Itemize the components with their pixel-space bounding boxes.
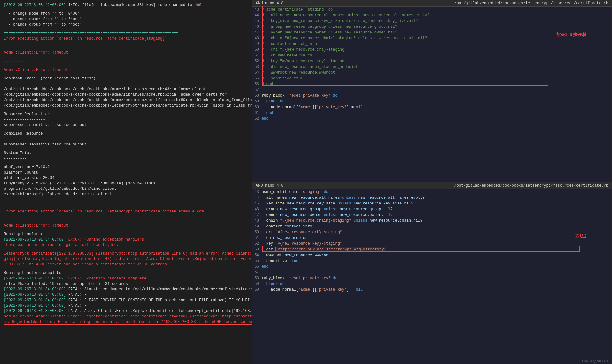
bottom-editor: GNU nano 4.8 /opt/gitlab/embedded/cookbo…: [252, 182, 612, 364]
log-line: System Info:: [4, 151, 248, 156]
code-line: 55# sensitive true: [252, 76, 612, 81]
log-line: [4, 27, 248, 31]
code-line: 56# end: [252, 81, 612, 87]
log-line: Compiled Resource:: [4, 131, 248, 137]
log-line: chef_version=17.10.0: [4, 165, 248, 170]
top-editor: GNU nano 4.8 /opt/gitlab/embedded/cookbo…: [252, 0, 612, 182]
top-editor-titlebar: GNU nano 4.8 /opt/gitlab/embedded/cookbo…: [252, 0, 612, 7]
log-line: [4, 64, 248, 67]
log-line: [4, 161, 248, 165]
log-line: - change owner from '' to 'root': [4, 17, 248, 22]
code-line: 54# wwwroot new_resource.wwwroot: [252, 70, 612, 76]
log-line: [2022-09-22T13:03:42+08:00] INFO: file[g…: [4, 3, 248, 8]
log-line: [4, 47, 248, 50]
log-line: [4, 228, 248, 232]
log-line: Acme::Client::Error::Timeout: [4, 223, 248, 228]
log-line: [4, 220, 248, 223]
log-line: platform=ubuntu: [4, 170, 248, 175]
top-editor-title-left: GNU nano 4.8: [256, 1, 283, 5]
code-line: 58ruby_block 'reset private key' do: [252, 275, 612, 281]
log-line: [2022-09-26T13:01:34+08:00] FATAL: -: [4, 292, 248, 298]
log-line: [2022-09-26T13:01:34+08:00] ERROR: Runni…: [4, 237, 248, 242]
code-line: 59 block do: [252, 99, 612, 104]
log-line: ---------------: [4, 137, 248, 142]
bottom-code-content: 43acme_certificate `staging` do44 alt_na…: [252, 189, 612, 364]
log-line: -: [4, 81, 248, 87]
log-line: executable=/opt/gitlab/embedded/bin/cinc…: [4, 192, 248, 197]
log-line: ========================================…: [4, 31, 248, 36]
left-panel: [2022-09-22T13:03:42+08:00] INFO: file[g…: [0, 0, 252, 364]
bottom-editor-titlebar: GNU nano 4.8 /opt/gitlab/embedded/cookbo…: [252, 182, 612, 189]
log-line: /opt/gitlab/embedded/cookbooks/cache/coo…: [4, 98, 248, 103]
code-line: 60 node.normal['acme']['private_key'] = …: [252, 287, 612, 293]
log-line: - change group from '' to 'root': [4, 22, 248, 27]
log-line: Error executing action `create` on resou…: [4, 36, 248, 41]
bottom-annotation-label: 方法2: [575, 234, 586, 239]
code-line: 47 owner new_resource.owner unless new_r…: [252, 212, 612, 218]
code-line: 45 key_size new_resource.key_size unless…: [252, 201, 612, 206]
log-line: [2022-09-26T13:01:34+08:00] FATAL: Acme:…: [4, 308, 248, 314]
code-line: 60 node.normal['acme']['private_key'] = …: [252, 104, 612, 110]
log-line: /opt/gitlab/embedded/cookbooks/cache/coo…: [4, 92, 248, 98]
top-annotation-label: 方法1 直接注释: [556, 32, 586, 38]
log-line: Resource Declaration:: [4, 112, 248, 117]
code-line: 49# contact contact_info: [252, 41, 612, 47]
right-panel: GNU nano 4.8 /opt/gitlab/embedded/cookbo…: [252, 0, 612, 364]
log-line: ========================================…: [4, 214, 248, 220]
log-line: [2022-09-26T13:01:34+08:00] FATAL: Stack…: [4, 287, 248, 292]
code-line: 53# dir new_resource.acme_staging_endpoi…: [252, 64, 612, 70]
code-line: 50# crt "#{new_resource.crt}-staging": [252, 47, 612, 53]
log-line: [2022-09-26T13:01:34+08:00] FATAL: PLEAS…: [4, 298, 248, 303]
code-line: 62end: [252, 116, 612, 122]
log-line: [4, 200, 248, 204]
log-line: Running handlers complete: [4, 271, 248, 276]
bottom-editor-title-right: /opt/gitlab/embedded/cookbooks/letsencry…: [454, 183, 608, 188]
code-line: 54 wwwroot new_resource.wwwroot: [252, 252, 612, 258]
log-line: [2022-09-26T13:01:34+08:00] FATAL: -: [4, 303, 248, 308]
code-line: 56end: [252, 264, 612, 270]
log-line: Error executing action `create` on resou…: [4, 209, 248, 214]
log-line: ging] (letsencrypt::http_authorization l…: [4, 256, 248, 262]
log-line: [4, 108, 248, 112]
log-line: suppressed sensitive resource output: [4, 142, 248, 147]
log-line: /opt/gitlab/embedded/cookbooks/cache/coo…: [4, 87, 248, 92]
code-line: 44 alt_names new_resource.alt_names unle…: [252, 195, 612, 201]
log-line: Infra Phase failed. 19 resources updated…: [4, 281, 248, 287]
log-line: Acme::Client::Error::Timeout: [4, 67, 248, 73]
code-line: 61 end: [252, 110, 612, 116]
code-line: 58ruby_block 'reset private key' do: [252, 93, 612, 99]
code-line: 45# key_size new_resource.key_size unles…: [252, 18, 612, 24]
log-line: letsencrypt_certificate[192.168.200.33] …: [4, 251, 248, 256]
log-line: ========================================…: [4, 204, 248, 209]
log-line: [4, 248, 248, 251]
log-line: ----------: [4, 156, 248, 161]
code-line: 59 block do: [252, 281, 612, 287]
code-line: 43acme_certificate `staging` do: [252, 189, 612, 195]
log-line: There was an error running gitlab-ctl re…: [4, 242, 248, 248]
code-line: 43# acme_certificate `staging` do: [252, 7, 612, 12]
log-line: [4, 267, 248, 271]
code-line: 53 dir 'https://acme-v02.api.letsencrypt…: [252, 247, 612, 252]
log-line: r::RejectedIdentifier: Error creating ne…: [4, 319, 248, 325]
top-editor-title-right: /opt/gitlab/embedded/cookbooks/letsencry…: [454, 1, 608, 5]
log-line: [4, 8, 248, 11]
log-line: ruby=ruby 2.7.5p203 (2021-11-24 revision…: [4, 181, 248, 186]
code-line: 46# group new_resource.group unless new_…: [252, 24, 612, 30]
log-line: [4, 56, 248, 59]
log-line: program_name=/opt/gitlab/embedded/bin/ci…: [4, 186, 248, 192]
code-line: 52 key "#{new_resource.key}-staging": [252, 241, 612, 247]
code-line: 52# key "#{new_resource.key}-staging": [252, 58, 612, 64]
code-line: 57: [252, 87, 612, 93]
code-line: 46 group new_resource.group unless new_r…: [252, 206, 612, 212]
code-line: 50 crt "#{new_resource.crt}-staging": [252, 229, 612, 235]
log-line: suppressed sensitive resource output: [4, 123, 248, 128]
bottom-editor-title-left: GNU nano 4.8: [256, 183, 283, 188]
code-line: 51 cn new_resource.cn: [252, 235, 612, 241]
code-line: 48 chain "#{new_resource.chain}-staging"…: [252, 218, 612, 224]
log-line: .200.33': The ACME server can not issue …: [4, 262, 248, 267]
code-line: 57: [252, 270, 612, 275]
code-line: 55 sensitive true: [252, 258, 612, 264]
watermark: CSDN @ShouZC: [582, 359, 609, 363]
log-line: Acme::Client::Error::Timeout: [4, 50, 248, 56]
log-line: [4, 147, 248, 151]
